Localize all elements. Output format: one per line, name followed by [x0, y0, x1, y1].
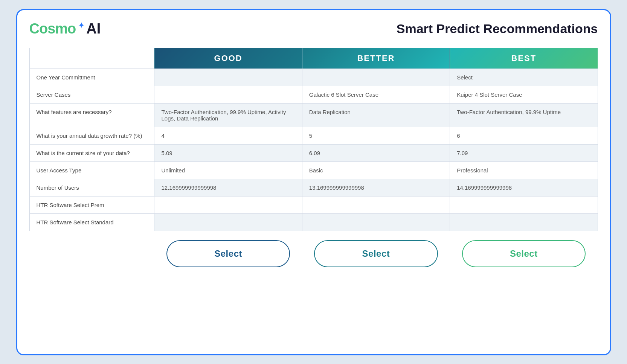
row-best-2: Two-Factor Authentication, 99.9% Uptime — [450, 103, 598, 127]
row-label-0: One Year Committment — [29, 69, 154, 86]
row-label-4: What is the current size of your data? — [29, 144, 154, 161]
header-good: GOOD — [154, 48, 302, 69]
select-empty — [29, 231, 154, 276]
row-good-6: 12.169999999999998 — [154, 179, 302, 196]
logo-ai: AI — [86, 21, 101, 37]
header-better: BETTER — [302, 48, 450, 69]
select-best-button[interactable]: Select — [462, 240, 586, 267]
row-better-1: Galactic 6 Slot Server Case — [302, 86, 450, 103]
table-row: HTR Software Select Prem — [29, 196, 598, 213]
select-row: Select Select Select — [29, 231, 598, 276]
select-best-cell: Select — [450, 231, 598, 276]
table-row: HTR Software Select Standard — [29, 213, 598, 231]
row-best-5: Professional — [450, 161, 598, 179]
table-row: What features are necessary? Two-Factor … — [29, 103, 598, 127]
row-good-1 — [154, 86, 302, 103]
table-row: One Year Committment Select — [29, 69, 598, 86]
row-best-0: Select — [450, 69, 598, 86]
row-good-0 — [154, 69, 302, 86]
row-good-3: 4 — [154, 127, 302, 144]
row-better-2: Data Replication — [302, 103, 450, 127]
row-good-8 — [154, 213, 302, 231]
row-best-7 — [450, 196, 598, 213]
row-label-1: Server Cases — [29, 86, 154, 103]
main-card: Cosmo ✦ AI Smart Predict Recommendations… — [16, 9, 611, 355]
row-best-6: 14.169999999999998 — [450, 179, 598, 196]
row-label-5: User Access Type — [29, 161, 154, 179]
row-label-6: Number of Users — [29, 179, 154, 196]
row-better-0 — [302, 69, 450, 86]
table-row: What is your annual data growth rate? (%… — [29, 127, 598, 144]
table-row: Number of Users 12.169999999999998 13.16… — [29, 179, 598, 196]
row-best-3: 6 — [450, 127, 598, 144]
table-row: What is the current size of your data? 5… — [29, 144, 598, 161]
row-better-3: 5 — [302, 127, 450, 144]
empty-header — [29, 48, 154, 69]
header-best: BEST — [450, 48, 598, 69]
row-good-4: 5.09 — [154, 144, 302, 161]
select-good-cell: Select — [154, 231, 302, 276]
row-good-7 — [154, 196, 302, 213]
row-better-8 — [302, 213, 450, 231]
page-title: Smart Predict Recommendations — [397, 21, 598, 36]
row-best-4: 7.09 — [450, 144, 598, 161]
row-better-7 — [302, 196, 450, 213]
row-label-8: HTR Software Select Standard — [29, 213, 154, 231]
header: Cosmo ✦ AI Smart Predict Recommendations — [29, 21, 598, 37]
logo: Cosmo ✦ AI — [29, 21, 101, 37]
row-good-2: Two-Factor Authentication, 99.9% Uptime,… — [154, 103, 302, 127]
row-label-2: What features are necessary? — [29, 103, 154, 127]
comparison-table: GOOD BETTER BEST One Year Committment Se… — [29, 48, 598, 276]
row-label-3: What is your annual data growth rate? (%… — [29, 127, 154, 144]
row-best-1: Kuiper 4 Slot Server Case — [450, 86, 598, 103]
row-better-5: Basic — [302, 161, 450, 179]
table-row: User Access Type Unlimited Basic Profess… — [29, 161, 598, 179]
row-better-6: 13.169999999999998 — [302, 179, 450, 196]
table-row: Server Cases Galactic 6 Slot Server Case… — [29, 86, 598, 103]
row-best-8 — [450, 213, 598, 231]
select-better-button[interactable]: Select — [314, 240, 438, 267]
logo-cosmo: Cosmo — [29, 21, 76, 37]
row-good-5: Unlimited — [154, 161, 302, 179]
select-good-button[interactable]: Select — [166, 240, 290, 267]
row-better-4: 6.09 — [302, 144, 450, 161]
logo-star-icon: ✦ — [78, 21, 85, 30]
select-better-cell: Select — [302, 231, 450, 276]
row-label-7: HTR Software Select Prem — [29, 196, 154, 213]
